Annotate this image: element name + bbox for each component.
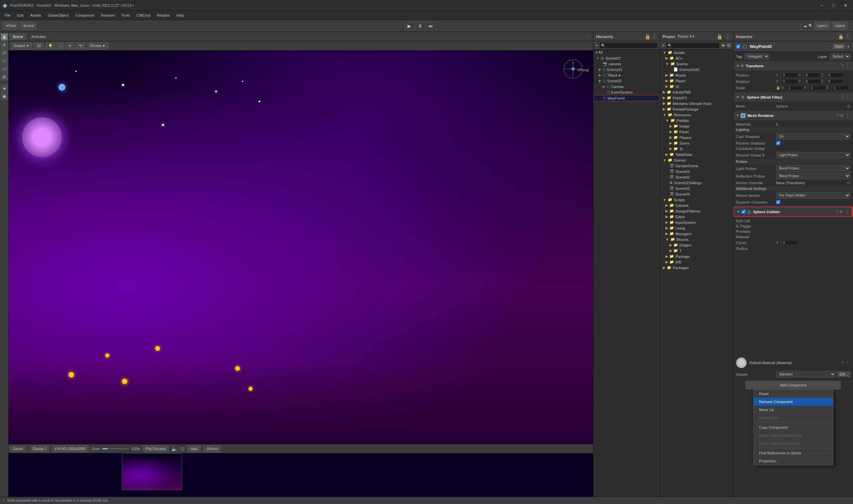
pause-button[interactable]: ⏸ xyxy=(415,22,425,30)
material-menu-icon[interactable]: ⋮ xyxy=(845,360,850,366)
hier-scene02-obj[interactable]: ▶ ◻ Scene02 xyxy=(593,78,660,84)
ctx-reset[interactable]: Reset xyxy=(754,390,833,398)
shader-select[interactable]: Standard xyxy=(776,371,836,377)
ctx-remove-component[interactable]: Remove Component xyxy=(754,398,833,406)
audio-btn[interactable]: ♪ xyxy=(57,42,64,50)
proj-designpatterns[interactable]: ▶ 📁 DesignPatterns xyxy=(660,208,733,214)
mesh-renderer-component-header[interactable]: ▼ M Mesh Renderer ? ⚙ ⋮ xyxy=(733,111,853,120)
proj-tabledata[interactable]: ▶ 📁 TableData xyxy=(660,151,733,157)
menu-component[interactable]: Component xyxy=(72,12,97,19)
maximize-button[interactable]: □ xyxy=(829,2,838,9)
sphere-collider-help-icon[interactable]: ? xyxy=(836,210,838,214)
proj-portals[interactable]: ▶ 📁 PortalsPackage xyxy=(660,106,733,112)
transform-component-header[interactable]: ▼ ⊕ Transform ? ⋮ xyxy=(733,61,853,71)
rotate-tool[interactable]: ↺ xyxy=(1,49,8,57)
game-view[interactable] xyxy=(9,453,593,497)
proj-living[interactable]: ▶ 📁 Living xyxy=(660,225,733,231)
proj-ts[interactable]: ▶ 📁 Ts xyxy=(660,146,733,151)
project-star-icon[interactable]: ★ xyxy=(721,43,725,48)
menu-tools[interactable]: Tools xyxy=(118,12,134,19)
transform-tool[interactable]: ⊞ xyxy=(1,73,8,80)
mesh-renderer-menu-icon[interactable]: ⋮ xyxy=(845,112,850,119)
scene-camera-btn[interactable]: 📷 xyxy=(76,42,86,50)
mesh-filter-menu-icon[interactable]: ⋮ xyxy=(845,94,850,100)
cast-shadows-select[interactable]: On xyxy=(776,133,850,140)
proj-mounts[interactable]: ▼ 📁 Mounts xyxy=(660,236,733,242)
proj-camera[interactable]: ▶ 📁 Camera xyxy=(660,202,733,208)
receive-global-select[interactable]: Light Probes xyxy=(776,152,850,158)
proj-kriptofx[interactable]: ▶ 📁 KriptoFX xyxy=(660,95,733,101)
mesh-renderer-settings-icon[interactable]: ⚙ xyxy=(840,113,844,118)
layer-select[interactable]: Default xyxy=(830,53,850,60)
menu-services[interactable]: Services xyxy=(97,12,118,19)
transform-menu-icon[interactable]: ⋮ xyxy=(845,62,850,69)
mesh-filter-component-header[interactable]: ▼ ⊞ Sphere (Mesh Filter) ? ⋮ xyxy=(733,93,853,102)
proj-enemy01ac[interactable]: ▶ 📄 Enemy01AC xyxy=(660,67,733,72)
fx-btn[interactable]: ✦ xyxy=(66,42,74,50)
menu-window[interactable]: Window xyxy=(154,12,173,19)
proj-ui[interactable]: ▶ 📁 UI xyxy=(660,84,733,89)
inspector-menu-icon[interactable]: ⋮ xyxy=(845,33,850,40)
proj-scene03[interactable]: ▶ 🎬 Scene03 xyxy=(660,185,733,191)
scale-z[interactable] xyxy=(832,85,849,90)
scene-menu-icon[interactable]: ⋮ xyxy=(583,33,593,40)
2d-mode-btn[interactable]: 2D xyxy=(34,42,44,50)
gizmos-scene-btn[interactable]: Gizmos ▼ xyxy=(87,42,109,50)
rotation-x[interactable] xyxy=(781,79,798,84)
receive-shadows-checkbox[interactable] xyxy=(776,141,780,145)
proj-scene02-file[interactable]: ▶ 🎬 Scene02 xyxy=(660,174,733,180)
motion-vectors-select[interactable]: Per Object Motion xyxy=(776,192,850,199)
hierarchy-add-icon[interactable]: + xyxy=(596,43,598,48)
mesh-renderer-help-icon[interactable]: ? xyxy=(836,113,839,118)
proj-dragon[interactable]: ▶ 📁 Dragon xyxy=(660,242,733,248)
anchor-target-icon[interactable]: ⊙ xyxy=(847,181,850,185)
proj-monsters[interactable]: ▶ 📁 Monsters Ultimate Pack xyxy=(660,101,733,106)
light-probes-select[interactable]: Blend Probes xyxy=(776,165,850,172)
ctx-properties[interactable]: Properties... xyxy=(754,457,833,465)
custom-editor-tool-2[interactable]: ◉ xyxy=(1,93,8,100)
scale-x[interactable] xyxy=(787,85,803,90)
hier-camera[interactable]: ▶ 📷 camera xyxy=(593,61,660,67)
mesh-filter-help-icon[interactable]: ? xyxy=(841,95,844,100)
rotation-z[interactable] xyxy=(827,79,843,84)
project-add-icon[interactable]: + xyxy=(662,43,665,48)
volume-icon[interactable]: 🔈 xyxy=(171,446,178,452)
lighting-btn[interactable]: 💡 xyxy=(45,42,55,50)
proj-scene04[interactable]: ▶ 🎬 Scene04 xyxy=(660,191,733,197)
hier-canvas[interactable]: ▶ ◻ Canvas xyxy=(593,84,660,89)
project-menu-icon[interactable]: ⋮ xyxy=(725,33,730,40)
position-x[interactable] xyxy=(781,73,798,78)
local-button[interactable]: ⊕Local xyxy=(20,22,37,30)
ctx-move-up[interactable]: Move Up xyxy=(754,406,833,414)
mesh-target-icon[interactable]: ⊙ xyxy=(847,104,850,109)
reflection-probes-select[interactable]: Blend Probes xyxy=(776,173,850,179)
menu-file[interactable]: File xyxy=(1,12,14,19)
minimize-button[interactable]: − xyxy=(817,2,827,9)
proj-scens[interactable]: ▶ 📁 Scens xyxy=(660,140,733,146)
proj-package[interactable]: ▶ 📁 Package xyxy=(660,253,733,259)
hier-waypoint0[interactable]: ▶ ◻ WayPoint0 xyxy=(593,95,660,101)
scale-tool[interactable]: ⤢ xyxy=(1,57,8,65)
project-settings-icon[interactable]: ⚙ xyxy=(727,43,731,48)
tab-animator[interactable]: Animator xyxy=(27,33,50,40)
proj-packages[interactable]: ▶ 📁 Packages xyxy=(660,265,733,270)
scale-slider[interactable] xyxy=(102,448,129,449)
menu-assets[interactable]: Assets xyxy=(27,12,45,19)
shading-mode-btn[interactable]: Shaded ▼ xyxy=(11,42,32,50)
hier-enemy01[interactable]: ▶ ◻ Enemy01 xyxy=(593,67,660,72)
move-tool[interactable]: ✛ xyxy=(1,41,8,49)
pivot-button[interactable]: ✦Pivot xyxy=(3,22,19,30)
resolution-select[interactable]: Full HD (1920x1080) xyxy=(52,445,89,452)
menu-gameobject[interactable]: GameObject xyxy=(45,12,72,19)
add-component-button[interactable]: Add Component xyxy=(745,381,841,390)
hierarchy-menu-icon[interactable]: ⋮ xyxy=(652,33,657,40)
proj-scene01[interactable]: ▶ 🎬 Scene01 xyxy=(660,168,733,174)
center-x[interactable] xyxy=(781,240,798,245)
tab-scene[interactable]: Scene xyxy=(9,33,27,40)
menu-help[interactable]: Help xyxy=(173,12,188,19)
menu-edit[interactable]: Edit xyxy=(14,12,27,19)
edit-shader-btn[interactable]: Edit... xyxy=(837,372,850,377)
tag-select[interactable]: Untagged xyxy=(745,53,769,60)
proj-t[interactable]: ▶ 📁 T xyxy=(660,248,733,253)
proj-acs[interactable]: ▶ 📁 ACs xyxy=(660,55,733,61)
